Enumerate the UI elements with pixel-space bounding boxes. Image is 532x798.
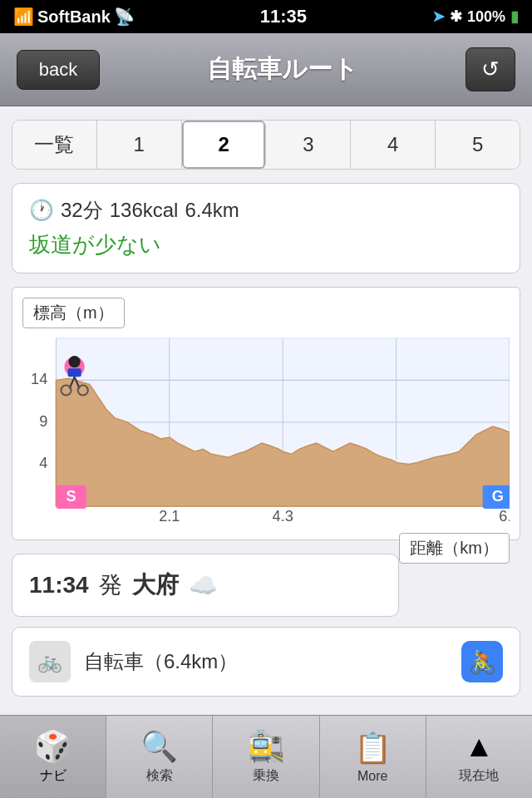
- weather-icon: ☁️: [189, 572, 218, 599]
- elevation-svg: 14 9 4 2.1 4.3 6.4 S G: [22, 335, 510, 526]
- current-label: 現在地: [459, 767, 499, 785]
- search-label: 検索: [146, 767, 173, 785]
- svg-text:14: 14: [31, 371, 47, 387]
- status-time: 11:35: [260, 6, 307, 27]
- route-detail-card: 🚲 自転車（6.4km） 🚴: [12, 627, 520, 697]
- svg-text:2.1: 2.1: [159, 508, 180, 525]
- status-bar: 📶 SoftBank 📡 11:35 ➤ ✱ 100% ▮: [0, 0, 532, 33]
- transit-label: 乗換: [253, 767, 279, 785]
- departure-city: 大府: [132, 569, 179, 601]
- status-carrier-signal: 📶 SoftBank 📡: [13, 7, 135, 27]
- svg-text:9: 9: [39, 413, 47, 430]
- wifi-icon: 📡: [114, 7, 135, 27]
- refresh-button[interactable]: ↺: [466, 47, 515, 91]
- route-distance: 6.4km: [185, 199, 239, 222]
- route-feature: 坂道が少ない: [29, 230, 503, 259]
- back-button[interactable]: back: [17, 50, 100, 90]
- elevation-y-label: 標高（m）: [22, 298, 125, 328]
- tab-2[interactable]: 2: [182, 121, 267, 169]
- elevation-x-label: 距離（km）: [399, 533, 510, 564]
- navi-icon: 🎲: [34, 729, 71, 764]
- route-calories: 136kcal: [110, 199, 179, 222]
- tab-list[interactable]: 一覧: [12, 121, 97, 169]
- nav-bar: back 自転車ルート ↺: [0, 33, 532, 106]
- bike-icon: 🚴: [468, 648, 497, 676]
- departure-info-card: 11:34 発 大府 ☁️: [12, 554, 399, 617]
- tab-bar-current[interactable]: ▲ 現在地: [426, 716, 532, 798]
- elevation-chart-section: 標高（m） 14 9 4 2.1 4.3 6.4: [12, 287, 520, 540]
- tab-bar-transit[interactable]: 🚉 乗換: [213, 716, 319, 798]
- signal-bars-icon: 📶: [13, 7, 34, 27]
- search-icon: 🔍: [140, 729, 178, 764]
- svg-text:4.3: 4.3: [273, 508, 293, 525]
- location-icon: ➤: [432, 7, 445, 26]
- tab-5[interactable]: 5: [436, 121, 520, 169]
- tab-1[interactable]: 1: [97, 121, 182, 169]
- clock-icon: 🕐: [29, 199, 54, 222]
- route-start-icon: 🚲: [29, 641, 71, 682]
- tab-bar-more[interactable]: 📋 More: [320, 716, 426, 798]
- svg-rect-22: [68, 368, 81, 377]
- battery-icon: ▮: [510, 7, 519, 26]
- carrier-name: SoftBank: [37, 7, 111, 27]
- transit-icon: 🚉: [248, 729, 285, 764]
- bike-start-icon: 🚲: [37, 650, 62, 673]
- more-icon: 📋: [354, 731, 392, 766]
- svg-text:S: S: [66, 488, 76, 505]
- route-info-card: 🕐 32分 136kcal 6.4km 坂道が少ない: [12, 183, 520, 273]
- page-title: 自転車ルート: [207, 52, 358, 86]
- navi-label: ナビ: [40, 767, 66, 785]
- departure-time: 11:34: [29, 572, 89, 598]
- tab-4[interactable]: 4: [351, 121, 436, 169]
- bottom-tab-bar: 🎲 ナビ 🔍 検索 🚉 乗換 📋 More ▲ 現在地: [0, 715, 532, 798]
- tab-bar-search[interactable]: 🔍 検索: [106, 716, 213, 798]
- route-detail-action-icon[interactable]: 🚴: [461, 641, 503, 682]
- elevation-chart: 14 9 4 2.1 4.3 6.4 S G: [22, 335, 510, 526]
- svg-text:G: G: [492, 488, 504, 505]
- tab-3[interactable]: 3: [266, 121, 351, 169]
- route-detail-text: 自転車（6.4km）: [84, 648, 448, 675]
- svg-point-21: [69, 356, 81, 367]
- battery-label: 100%: [467, 8, 505, 26]
- route-time: 32分: [61, 197, 103, 224]
- svg-text:4: 4: [39, 455, 47, 471]
- more-label: More: [357, 769, 387, 784]
- status-right-icons: ➤ ✱ 100% ▮: [432, 7, 519, 26]
- svg-text:6.4: 6.4: [499, 508, 510, 525]
- bluetooth-icon: ✱: [450, 7, 462, 26]
- current-location-icon: ▲: [465, 729, 495, 764]
- route-stats: 🕐 32分 136kcal 6.4km: [29, 197, 503, 224]
- tab-bar-navi[interactable]: 🎲 ナビ: [0, 716, 106, 798]
- route-tab-selector: 一覧 1 2 3 4 5: [12, 120, 520, 170]
- departure-label: 発: [99, 569, 122, 601]
